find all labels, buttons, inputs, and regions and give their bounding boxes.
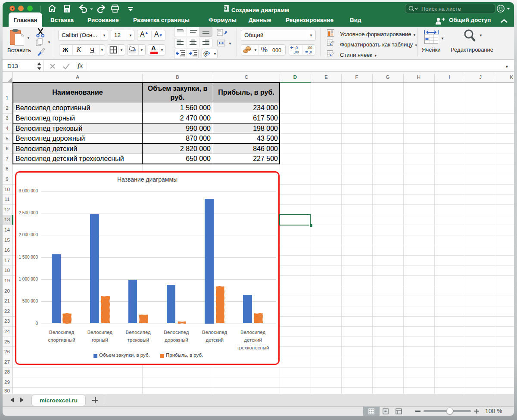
svg-text:,0: ,0: [309, 50, 312, 54]
svg-text:,00: ,00: [294, 50, 299, 54]
svg-text:,00: ,00: [307, 46, 312, 50]
svg-text:,0: ,0: [295, 46, 298, 50]
